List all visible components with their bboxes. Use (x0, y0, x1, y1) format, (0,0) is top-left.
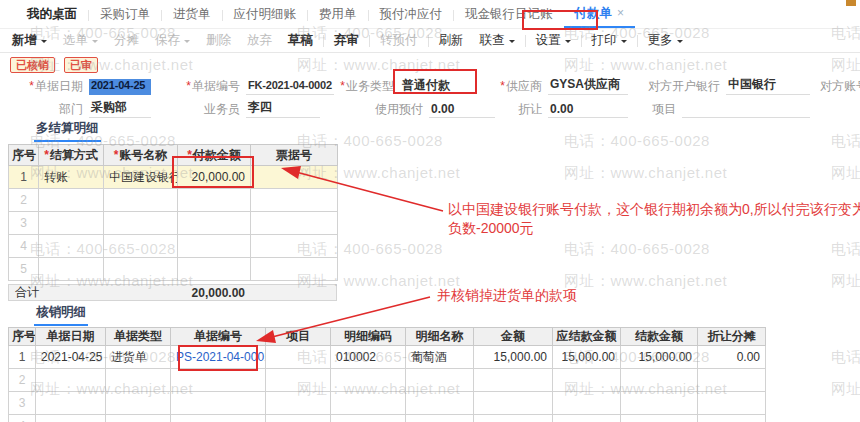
chevron-down-icon (621, 40, 627, 46)
doc-number-label: *单据编号 (178, 78, 240, 95)
draft-button[interactable]: 草稿 (288, 32, 313, 49)
settle-method-cell[interactable]: 转账 (39, 166, 104, 189)
empty-cell (406, 392, 474, 415)
print-button[interactable]: 打印 (592, 32, 627, 49)
empty-cell[interactable] (104, 212, 178, 235)
tab-settlement-detail[interactable]: 多结算明细 (34, 120, 101, 142)
tab-writeoff-detail[interactable]: 核销明细 (34, 304, 88, 326)
settlement-empty-row: 4 (9, 235, 338, 258)
delete-button[interactable]: 删除 (206, 32, 231, 49)
empty-cell[interactable] (251, 212, 338, 235)
project-label: 项目 (636, 101, 676, 118)
bill-number-cell[interactable] (251, 166, 338, 189)
annotation-note-bank-line2: 负数-20000元 (448, 219, 860, 238)
clerk-label: 业务员 (178, 101, 240, 118)
empty-cell (266, 415, 331, 422)
project-value[interactable] (682, 102, 810, 118)
empty-cell (331, 392, 406, 415)
counterparty-bank-value[interactable]: 中国银行 (726, 76, 810, 95)
row-number: 3 (9, 392, 36, 415)
linked-query-button[interactable]: 联查 (480, 32, 515, 49)
total-label: 合计 (15, 284, 39, 301)
save-button[interactable]: 保存 (155, 32, 190, 49)
discard-button[interactable]: 放弃 (247, 32, 272, 49)
watermark-site: 网址：www.chanjet.net (564, 272, 727, 291)
tab-prepay-offset[interactable]: 预付冲应付 (369, 3, 454, 28)
tab-goods-receipt[interactable]: 进货单 (162, 3, 222, 28)
col-account-name: *账号名称 (104, 145, 178, 166)
toolbar-divider (525, 35, 526, 47)
empty-cell[interactable] (39, 189, 104, 212)
tab-purchase-order[interactable]: 采购订单 (89, 3, 161, 28)
empty-cell[interactable] (178, 258, 251, 281)
delete-label: 删除 (206, 32, 231, 49)
writeoff-row-1[interactable]: 1 2021-04-25 进货单 PS-2021-04-0001 010002 … (9, 346, 766, 369)
empty-cell[interactable] (104, 258, 178, 281)
department-value[interactable]: 采购部 (89, 99, 151, 118)
settlement-empty-row: 3 (9, 212, 338, 235)
select-doc-label: 选单 (63, 32, 88, 49)
annotation-box-doc-number (178, 345, 258, 371)
notification-icon[interactable] (846, 0, 856, 6)
empty-cell[interactable] (39, 212, 104, 235)
empty-cell (266, 392, 331, 415)
empty-cell (171, 392, 266, 415)
empty-cell[interactable] (178, 212, 251, 235)
empty-cell[interactable] (104, 235, 178, 258)
col-seq: 序号 (9, 328, 36, 346)
empty-cell[interactable] (251, 235, 338, 258)
toolbar-divider (369, 35, 370, 47)
close-icon[interactable]: × (617, 2, 624, 25)
chevron-down-icon (92, 40, 98, 46)
watermark-phone: 电话：400-665-0028 (564, 132, 710, 151)
counterparty-bank-label: 对方开户银行 (636, 78, 720, 95)
empty-cell (474, 415, 553, 422)
supplier-value[interactable]: GYSA供应商 (548, 76, 628, 95)
empty-cell (406, 369, 474, 392)
settled-amount-cell: 15,000.00 (621, 346, 698, 369)
empty-cell (698, 392, 766, 415)
row-number: 2 (9, 369, 36, 392)
account-name-cell[interactable]: 中国建设银行 (104, 166, 178, 189)
annotation-note-bank: 以中国建设银行账号付款，这个银行期初余额为0,所以付完该行变为 负数-20000… (448, 200, 860, 238)
unaudit-button[interactable]: 弃审 (334, 32, 359, 49)
writeoff-empty-row: 2 (9, 369, 766, 392)
empty-cell (621, 415, 698, 422)
to-prepay-button[interactable]: 转预付 (380, 32, 418, 49)
settings-button[interactable]: 设置 (536, 32, 571, 49)
clerk-value[interactable]: 李四 (246, 99, 320, 118)
doc-number-value[interactable]: FK-2021-04-0002 (246, 79, 334, 95)
chevron-down-icon (41, 40, 47, 46)
annotation-box-payment-tab (522, 10, 598, 30)
empty-cell[interactable] (251, 189, 338, 212)
add-button[interactable]: 新增 (12, 32, 47, 49)
project-cell (266, 346, 331, 369)
prepay-used-value[interactable]: 0.00 (429, 102, 495, 118)
toolbar-divider (323, 35, 324, 47)
tab-my-desktop[interactable]: 我的桌面 (16, 3, 88, 28)
tab-payable-ledger[interactable]: 应付明细账 (223, 3, 308, 28)
refresh-button[interactable]: 刷新 (439, 32, 464, 49)
select-doc-button[interactable]: 选单 (63, 32, 98, 49)
watermark-phone: 电话：400-665-0028 (831, 132, 860, 151)
more-button[interactable]: 更多 (648, 32, 683, 49)
empty-cell[interactable] (178, 235, 251, 258)
discount-value[interactable]: 0.00 (548, 102, 628, 118)
settings-label: 设置 (536, 32, 561, 49)
empty-cell (331, 369, 406, 392)
empty-cell[interactable] (104, 189, 178, 212)
doc-date-value[interactable]: 2021-04-25 (89, 79, 151, 95)
tab-expense-voucher[interactable]: 费用单 (308, 3, 368, 28)
writeoff-empty-row: 3 (9, 392, 766, 415)
empty-cell[interactable] (39, 258, 104, 281)
allocate-button[interactable]: 分摊 (114, 32, 139, 49)
empty-cell[interactable] (178, 189, 251, 212)
empty-cell (621, 369, 698, 392)
more-label: 更多 (648, 32, 673, 49)
field-project: 项目 (636, 100, 810, 118)
col-amount: 金额 (474, 328, 553, 346)
empty-cell[interactable] (251, 258, 338, 281)
empty-cell[interactable] (39, 235, 104, 258)
watermark-site: 网址：www.chanjet.net (831, 56, 860, 75)
doc-date-label: *单据日期 (18, 78, 83, 95)
